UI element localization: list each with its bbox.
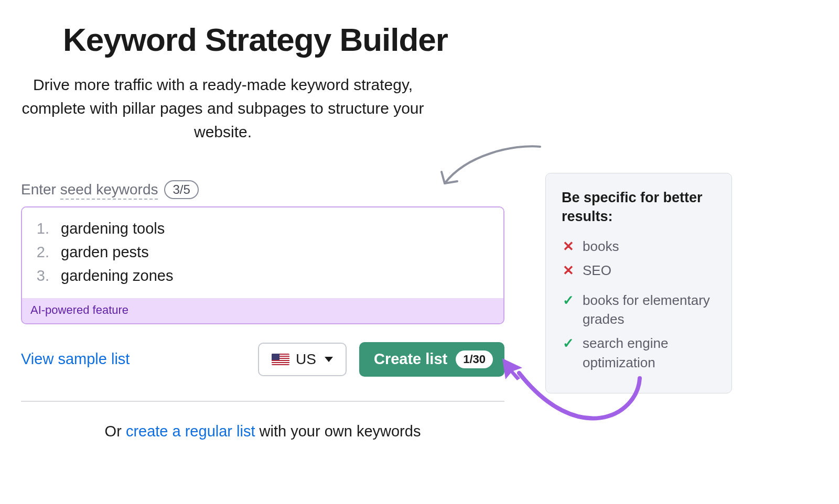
seed-input-container: 1. gardening tools 2. garden pests 3. ga… bbox=[21, 206, 504, 324]
controls-row: View sample list US Create list 1/30 bbox=[21, 342, 504, 377]
tip-good-text: books for elementary grades bbox=[583, 291, 718, 329]
keyword-text: garden pests bbox=[61, 240, 149, 264]
country-select[interactable]: US bbox=[258, 343, 347, 376]
tip-bad-text: books bbox=[583, 237, 619, 256]
tip-good-row: ✓ books for elementary grades bbox=[562, 291, 718, 329]
create-list-button[interactable]: Create list 1/30 bbox=[359, 342, 504, 377]
list-index: 1. bbox=[35, 217, 49, 240]
us-flag-icon bbox=[272, 354, 289, 365]
tip-good-row: ✓ search engine optimization bbox=[562, 334, 718, 372]
keyword-text: gardening zones bbox=[61, 264, 173, 288]
check-icon: ✓ bbox=[562, 334, 575, 353]
create-list-label: Create list bbox=[374, 350, 447, 368]
keyword-text: gardening tools bbox=[61, 217, 165, 240]
seed-label: Enter seed keywords bbox=[21, 181, 158, 198]
create-list-badge: 1/30 bbox=[456, 350, 493, 368]
alt-pre: Or bbox=[105, 423, 126, 440]
tip-bad-row: ✕ books bbox=[562, 237, 718, 256]
tip-title: Be specific for better results: bbox=[562, 188, 718, 226]
x-icon: ✕ bbox=[562, 237, 575, 256]
alt-create-line: Or create a regular list with your own k… bbox=[21, 423, 504, 440]
country-label: US bbox=[296, 351, 316, 368]
tip-card: Be specific for better results: ✕ books … bbox=[545, 173, 732, 393]
seed-label-pre: Enter bbox=[21, 181, 60, 198]
chevron-down-icon bbox=[325, 357, 333, 362]
tip-bad-row: ✕ SEO bbox=[562, 261, 718, 280]
seed-counter: 3/5 bbox=[164, 180, 198, 199]
page-subtitle: Drive more traffic with a ready-made key… bbox=[21, 73, 425, 144]
ai-feature-label: AI-powered feature bbox=[22, 298, 503, 323]
seed-input[interactable]: 1. gardening tools 2. garden pests 3. ga… bbox=[22, 207, 503, 298]
tip-bad-text: SEO bbox=[583, 261, 611, 280]
divider bbox=[21, 401, 504, 402]
main-container: Keyword Strategy Builder Drive more traf… bbox=[21, 21, 755, 440]
list-item: 1. gardening tools bbox=[35, 217, 491, 240]
list-index: 2. bbox=[35, 240, 49, 264]
view-sample-link[interactable]: View sample list bbox=[21, 350, 130, 368]
alt-post: with your own keywords bbox=[255, 423, 421, 440]
tip-good-text: search engine optimization bbox=[583, 334, 718, 372]
page-title: Keyword Strategy Builder bbox=[63, 21, 755, 58]
list-item: 3. gardening zones bbox=[35, 264, 491, 288]
list-index: 3. bbox=[35, 264, 49, 288]
check-icon: ✓ bbox=[562, 291, 575, 310]
seed-keyword-list: 1. gardening tools 2. garden pests 3. ga… bbox=[35, 217, 491, 288]
x-icon: ✕ bbox=[562, 261, 575, 280]
seed-label-dotted[interactable]: seed keywords bbox=[60, 181, 158, 200]
list-item: 2. garden pests bbox=[35, 240, 491, 264]
create-regular-list-link[interactable]: create a regular list bbox=[126, 423, 255, 440]
